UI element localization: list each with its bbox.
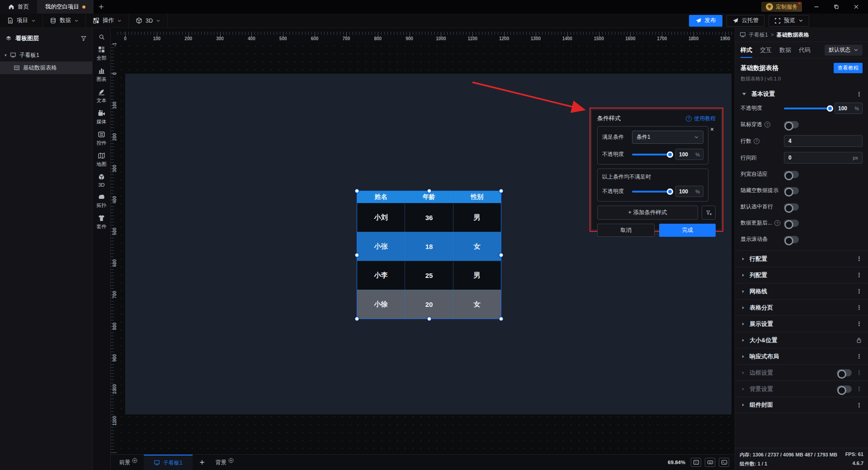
selection-handle-e[interactable] xyxy=(499,253,503,257)
tree-item-table-component[interactable]: 基础数据表格 xyxy=(0,61,92,74)
circle-plus-icon[interactable] xyxy=(132,457,138,464)
table-row[interactable]: 小李25男 xyxy=(357,261,501,290)
tab-interaction[interactable]: 交互 xyxy=(760,42,772,58)
section-border-settings[interactable]: 边框设置⋮ xyxy=(735,364,868,381)
condition-select[interactable]: 条件1 xyxy=(632,131,703,144)
menu-item-data[interactable]: 数据 xyxy=(43,14,86,28)
state-selector[interactable]: 默认状态 xyxy=(825,45,863,56)
menu-item-3d[interactable]: 3D xyxy=(129,14,168,28)
asset-item-3d[interactable]: 3D xyxy=(98,173,105,188)
caret-down-icon[interactable]: ▾ xyxy=(5,53,7,57)
select-first-row-toggle[interactable] xyxy=(784,203,799,211)
after-data-update-toggle[interactable] xyxy=(784,220,799,227)
more-menu-icon[interactable]: ⋮ xyxy=(856,353,862,360)
asset-item-all[interactable]: 全部 xyxy=(97,46,107,61)
section-pagination[interactable]: 表格分页⋮ xyxy=(735,299,868,315)
more-menu-icon[interactable]: ⋮ xyxy=(856,288,862,295)
selection-handle-n[interactable] xyxy=(427,189,431,193)
more-menu-icon[interactable]: ⋮ xyxy=(856,272,862,278)
circle-plus-icon[interactable] xyxy=(228,457,234,464)
remove-condition-button[interactable]: × xyxy=(708,126,716,132)
tutorial-link[interactable]: ? 使用教程 xyxy=(686,115,716,122)
fit-screen-button[interactable] xyxy=(691,458,701,467)
fallback-opacity-input[interactable]: 100 % xyxy=(675,186,703,197)
background-button[interactable]: 背景 xyxy=(212,455,238,470)
table-row[interactable]: 小刘36男 xyxy=(357,203,501,232)
more-menu-icon[interactable]: ⋮ xyxy=(856,402,862,409)
breadcrumb-board[interactable]: 子看板1 xyxy=(749,31,768,39)
opacity-slider[interactable] xyxy=(784,108,832,109)
board-tab[interactable]: 子看板1 xyxy=(144,455,193,470)
col-autofit-toggle[interactable] xyxy=(784,171,799,178)
help-icon[interactable]: ? xyxy=(754,138,760,144)
asset-item-chart[interactable]: 图表 xyxy=(97,67,107,83)
slider-knob[interactable] xyxy=(667,151,673,158)
add-condition-style-button[interactable]: + 添加条件样式 xyxy=(597,206,698,220)
section-responsive-layout[interactable]: 响应式布局⋮ xyxy=(735,348,868,364)
cancel-button[interactable]: 取消 xyxy=(597,224,655,237)
asset-item-map[interactable]: 地图 xyxy=(97,152,107,168)
tab-project[interactable]: 我的空白项目 xyxy=(37,0,94,14)
close-button[interactable] xyxy=(846,0,866,14)
preview-button[interactable]: 预览 xyxy=(769,15,809,27)
console-button[interactable] xyxy=(719,458,729,467)
background-settings-toggle[interactable] xyxy=(837,385,852,393)
selection-handle-w[interactable] xyxy=(355,253,359,257)
table-row[interactable]: 小徐20女 xyxy=(357,290,501,319)
view-tutorial-button[interactable]: 查看教程 xyxy=(834,63,863,73)
add-board-button[interactable] xyxy=(193,455,212,470)
section-row-config[interactable]: 行配置⋮ xyxy=(735,250,868,267)
publish-button[interactable]: 发布 xyxy=(689,15,722,27)
more-menu-icon[interactable]: ⋮ xyxy=(856,91,862,98)
foreground-button[interactable]: 前景 xyxy=(115,455,142,470)
more-menu-icon[interactable]: ⋮ xyxy=(856,304,862,311)
shortcuts-button[interactable] xyxy=(705,458,715,467)
condition-filter-button[interactable] xyxy=(702,206,716,220)
border-settings-toggle[interactable] xyxy=(837,369,852,376)
maximize-button[interactable] xyxy=(826,0,846,14)
asset-item-media[interactable]: 媒体 xyxy=(97,109,107,125)
hide-empty-tip-toggle[interactable] xyxy=(784,187,799,194)
section-col-config[interactable]: 列配置⋮ xyxy=(735,267,868,283)
slider-knob[interactable] xyxy=(667,188,673,195)
condition-opacity-input[interactable]: 100 % xyxy=(675,149,703,160)
menu-item-project[interactable]: 项目 xyxy=(0,14,43,28)
asset-item-text[interactable]: 文本 xyxy=(97,88,107,104)
help-icon[interactable]: ? xyxy=(764,122,770,127)
asset-item-widget[interactable]: 控件 xyxy=(97,131,107,146)
section-basic-settings[interactable]: 基本设置 ⋮ xyxy=(735,86,868,102)
more-menu-icon[interactable]: ⋮ xyxy=(856,385,862,392)
selection-handle-se[interactable] xyxy=(499,317,503,321)
tab-code[interactable]: 代码 xyxy=(799,42,811,58)
condition-opacity-slider[interactable] xyxy=(632,154,672,155)
help-icon[interactable]: ? xyxy=(774,220,780,226)
table-row[interactable]: 小张18女 xyxy=(357,232,501,261)
zoom-level[interactable]: 69.84% xyxy=(668,460,685,465)
slider-knob[interactable] xyxy=(827,105,833,112)
tab-data[interactable]: 数据 xyxy=(779,42,791,58)
canvas-area[interactable]: 0100200300400500600700800900100011001200… xyxy=(111,28,735,454)
selection-handle-s[interactable] xyxy=(427,317,431,321)
section-size-position[interactable]: 大小&位置 xyxy=(735,332,868,348)
more-menu-icon[interactable]: ⋮ xyxy=(856,369,862,376)
section-background-settings[interactable]: 背景设置⋮ xyxy=(735,381,868,397)
new-tab-button[interactable] xyxy=(94,0,109,14)
section-display-settings[interactable]: 展示设置⋮ xyxy=(735,315,868,332)
minimize-button[interactable] xyxy=(807,0,826,14)
table-component[interactable]: 姓名年龄性别 小刘36男小张18女小李25男小徐20女 xyxy=(357,191,501,319)
tab-home[interactable]: 首页 xyxy=(0,0,37,14)
tree-item-board[interactable]: ▾ 子看板1 xyxy=(0,49,92,61)
opacity-input[interactable]: 100% xyxy=(835,103,863,114)
custom-service-badge[interactable]: 定制服务 xyxy=(761,2,802,12)
fallback-opacity-slider[interactable] xyxy=(632,191,672,193)
more-menu-icon[interactable]: ⋮ xyxy=(856,255,862,262)
asset-item-kit[interactable]: 套件 xyxy=(97,214,107,230)
section-gridlines[interactable]: 网格线⋮ xyxy=(735,283,868,299)
selection-handle-ne[interactable] xyxy=(499,189,503,193)
selection-handle-sw[interactable] xyxy=(355,317,359,321)
selection-handle-nw[interactable] xyxy=(355,189,359,193)
tab-style[interactable]: 样式 xyxy=(741,42,752,58)
row-gap-input[interactable]: 0px xyxy=(784,152,863,164)
confirm-button[interactable]: 完成 xyxy=(659,224,716,237)
section-component-cover[interactable]: 组件封面⋮ xyxy=(735,397,868,413)
